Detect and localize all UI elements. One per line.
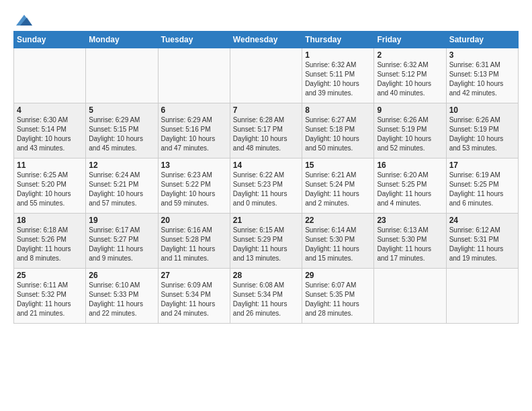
header [13,11,519,27]
day-info: Sunrise: 6:29 AMSunset: 5:16 PMDaylight:… [161,116,227,153]
calendar-cell: 26Sunrise: 6:10 AMSunset: 5:33 PMDayligh… [86,269,158,324]
calendar-cell: 13Sunrise: 6:23 AMSunset: 5:22 PMDayligh… [158,158,230,214]
day-number: 10 [449,105,515,115]
day-number: 15 [305,161,371,170]
day-info: Sunrise: 6:32 AMSunset: 5:12 PMDaylight:… [377,60,443,98]
day-number: 14 [233,161,299,170]
day-number: 21 [233,216,299,225]
day-info: Sunrise: 6:16 AMSunset: 5:28 PMDaylight:… [161,226,227,263]
day-info: Sunrise: 6:29 AMSunset: 5:15 PMDaylight:… [89,116,154,153]
day-info: Sunrise: 6:24 AMSunset: 5:21 PMDaylight:… [89,171,154,208]
calendar-cell [230,48,302,103]
calendar-cell: 2Sunrise: 6:32 AMSunset: 5:12 PMDaylight… [374,48,446,103]
day-number: 19 [89,216,154,225]
calendar-cell: 27Sunrise: 6:09 AMSunset: 5:34 PMDayligh… [158,269,230,324]
day-info: Sunrise: 6:12 AMSunset: 5:31 PMDaylight:… [449,226,515,263]
calendar-week-2: 11Sunrise: 6:25 AMSunset: 5:20 PMDayligh… [14,158,519,214]
calendar-cell: 29Sunrise: 6:07 AMSunset: 5:35 PMDayligh… [302,269,374,324]
col-header-friday: Friday [374,32,446,48]
logo [13,13,34,27]
day-info: Sunrise: 6:26 AMSunset: 5:19 PMDaylight:… [449,116,515,153]
calendar-cell: 22Sunrise: 6:14 AMSunset: 5:30 PMDayligh… [302,214,374,269]
day-info: Sunrise: 6:30 AMSunset: 5:14 PMDaylight:… [17,116,83,153]
day-number: 29 [305,271,371,280]
calendar-cell [86,48,158,103]
calendar-cell: 4Sunrise: 6:30 AMSunset: 5:14 PMDaylight… [14,103,86,158]
calendar-cell: 23Sunrise: 6:13 AMSunset: 5:30 PMDayligh… [374,214,446,269]
col-header-sunday: Sunday [14,32,86,48]
day-info: Sunrise: 6:18 AMSunset: 5:26 PMDaylight:… [17,226,83,263]
day-info: Sunrise: 6:23 AMSunset: 5:22 PMDaylight:… [161,171,227,208]
day-info: Sunrise: 6:26 AMSunset: 5:19 PMDaylight:… [377,116,443,153]
calendar-header-row: SundayMondayTuesdayWednesdayThursdayFrid… [14,32,519,48]
day-info: Sunrise: 6:27 AMSunset: 5:18 PMDaylight:… [305,116,371,153]
day-info: Sunrise: 6:13 AMSunset: 5:30 PMDaylight:… [377,226,443,263]
calendar-cell [446,269,518,324]
day-info: Sunrise: 6:10 AMSunset: 5:33 PMDaylight:… [89,281,154,318]
calendar-cell: 28Sunrise: 6:08 AMSunset: 5:34 PMDayligh… [230,269,302,324]
calendar-week-4: 25Sunrise: 6:11 AMSunset: 5:32 PMDayligh… [14,269,519,324]
day-number: 5 [89,105,154,115]
day-number: 7 [233,105,299,115]
calendar-cell: 14Sunrise: 6:22 AMSunset: 5:23 PMDayligh… [230,158,302,214]
calendar-cell [158,48,230,103]
calendar-cell: 24Sunrise: 6:12 AMSunset: 5:31 PMDayligh… [446,214,518,269]
day-info: Sunrise: 6:19 AMSunset: 5:25 PMDaylight:… [449,171,515,208]
calendar-cell: 8Sunrise: 6:27 AMSunset: 5:18 PMDaylight… [302,103,374,158]
day-info: Sunrise: 6:08 AMSunset: 5:34 PMDaylight:… [233,281,299,318]
day-info: Sunrise: 6:31 AMSunset: 5:13 PMDaylight:… [449,60,515,98]
logo-icon [15,13,34,27]
day-info: Sunrise: 6:25 AMSunset: 5:20 PMDaylight:… [17,171,83,208]
page: SundayMondayTuesdayWednesdayThursdayFrid… [0,0,532,330]
day-number: 1 [305,50,371,60]
day-number: 20 [161,216,227,225]
day-info: Sunrise: 6:20 AMSunset: 5:25 PMDaylight:… [377,171,443,208]
calendar-table: SundayMondayTuesdayWednesdayThursdayFrid… [13,31,519,324]
calendar-cell: 6Sunrise: 6:29 AMSunset: 5:16 PMDaylight… [158,103,230,158]
day-info: Sunrise: 6:22 AMSunset: 5:23 PMDaylight:… [233,171,299,208]
day-number: 17 [449,161,515,170]
calendar-cell: 25Sunrise: 6:11 AMSunset: 5:32 PMDayligh… [14,269,86,324]
calendar-cell [14,48,86,103]
day-number: 13 [161,161,227,170]
calendar-cell: 15Sunrise: 6:21 AMSunset: 5:24 PMDayligh… [302,158,374,214]
day-number: 4 [17,105,83,115]
col-header-saturday: Saturday [446,32,518,48]
col-header-thursday: Thursday [302,32,374,48]
col-header-tuesday: Tuesday [158,32,230,48]
calendar-cell: 3Sunrise: 6:31 AMSunset: 5:13 PMDaylight… [446,48,518,103]
day-number: 22 [305,216,371,225]
day-info: Sunrise: 6:07 AMSunset: 5:35 PMDaylight:… [305,281,371,318]
col-header-wednesday: Wednesday [230,32,302,48]
calendar-cell: 20Sunrise: 6:16 AMSunset: 5:28 PMDayligh… [158,214,230,269]
day-info: Sunrise: 6:14 AMSunset: 5:30 PMDaylight:… [305,226,371,263]
day-number: 9 [377,105,443,115]
day-info: Sunrise: 6:15 AMSunset: 5:29 PMDaylight:… [233,226,299,263]
day-number: 6 [161,105,227,115]
calendar-week-3: 18Sunrise: 6:18 AMSunset: 5:26 PMDayligh… [14,214,519,269]
calendar-cell: 12Sunrise: 6:24 AMSunset: 5:21 PMDayligh… [86,158,158,214]
calendar-week-1: 4Sunrise: 6:30 AMSunset: 5:14 PMDaylight… [14,103,519,158]
day-number: 2 [377,50,443,60]
day-number: 26 [89,271,154,280]
day-info: Sunrise: 6:32 AMSunset: 5:11 PMDaylight:… [305,60,371,98]
calendar-cell: 10Sunrise: 6:26 AMSunset: 5:19 PMDayligh… [446,103,518,158]
day-number: 27 [161,271,227,280]
day-info: Sunrise: 6:09 AMSunset: 5:34 PMDaylight:… [161,281,227,318]
day-number: 23 [377,216,443,225]
day-info: Sunrise: 6:28 AMSunset: 5:17 PMDaylight:… [233,116,299,153]
day-info: Sunrise: 6:21 AMSunset: 5:24 PMDaylight:… [305,171,371,208]
day-number: 25 [17,271,83,280]
day-number: 18 [17,216,83,225]
day-number: 8 [305,105,371,115]
calendar-cell: 16Sunrise: 6:20 AMSunset: 5:25 PMDayligh… [374,158,446,214]
day-number: 24 [449,216,515,225]
day-number: 12 [89,161,154,170]
day-number: 11 [17,161,83,170]
calendar-cell: 7Sunrise: 6:28 AMSunset: 5:17 PMDaylight… [230,103,302,158]
col-header-monday: Monday [86,32,158,48]
day-number: 3 [449,50,515,60]
calendar-cell: 17Sunrise: 6:19 AMSunset: 5:25 PMDayligh… [446,158,518,214]
calendar-cell: 9Sunrise: 6:26 AMSunset: 5:19 PMDaylight… [374,103,446,158]
calendar-cell: 5Sunrise: 6:29 AMSunset: 5:15 PMDaylight… [86,103,158,158]
